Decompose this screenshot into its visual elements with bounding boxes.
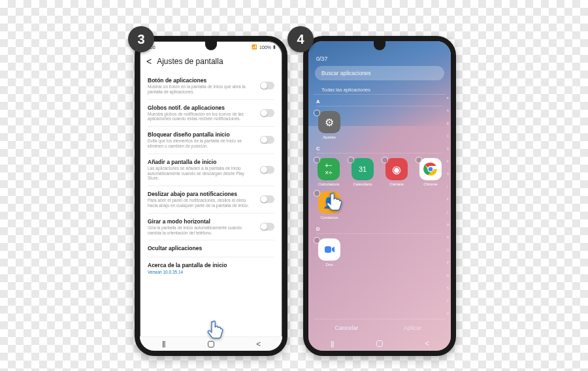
- nav-back-button[interactable]: <: [421, 339, 433, 348]
- alpha-index-letter[interactable]: M: [447, 223, 449, 227]
- setting-notif-badges[interactable]: Globos notif. de aplicaciones Muestra gl…: [148, 99, 274, 127]
- step-badge-4: 4: [287, 26, 314, 52]
- cancel-button[interactable]: Cancelar: [314, 319, 380, 336]
- alpha-index-letter[interactable]: G: [447, 172, 449, 176]
- app-duo[interactable]: Duo: [315, 238, 344, 266]
- toggle-switch[interactable]: [260, 166, 274, 174]
- alpha-index-letter[interactable]: A: [447, 108, 449, 112]
- toggle-switch[interactable]: [260, 136, 274, 144]
- alpha-index-letter[interactable]: N: [447, 235, 449, 239]
- version-text: Versión 10.0.35.14: [148, 270, 255, 274]
- action-bar: Cancelar Aplicar: [314, 319, 446, 336]
- setting-title: Globos notif. de aplicaciones: [148, 105, 255, 111]
- calendar-icon: 31: [351, 158, 374, 180]
- svg-rect-3: [325, 246, 331, 253]
- nav-back-button[interactable]: <: [253, 340, 265, 349]
- app-label: Ajustes: [323, 135, 336, 139]
- setting-swipe-notif[interactable]: Deslizar abajo para notificaciones Para …: [148, 186, 274, 213]
- selection-counter: 0/37: [308, 53, 451, 63]
- setting-title: Deslizar abajo para notificaciones: [148, 191, 255, 197]
- alpha-index-letter[interactable]: S: [447, 286, 449, 290]
- setting-desc: Muestra globos de notificación en los ic…: [148, 112, 255, 122]
- alpha-index-letter[interactable]: R: [447, 274, 449, 278]
- step-badge-3: 3: [128, 26, 154, 52]
- alpha-index-letter[interactable]: I: [447, 185, 449, 189]
- setting-rotate[interactable]: Girar a modo horizontal Gira la pantalla…: [148, 213, 274, 240]
- app-row: 👤 Contactos: [314, 189, 446, 222]
- section-letter-a: A: [316, 99, 443, 106]
- alpha-index-letter[interactable]: #: [447, 96, 449, 100]
- duo-icon: [318, 238, 340, 261]
- app-label: Chrome: [423, 182, 437, 186]
- toggle-switch[interactable]: [260, 223, 274, 231]
- setting-add-home[interactable]: Añadir a pantalla de inicio Las aplicaci…: [148, 153, 274, 186]
- alpha-index-letter[interactable]: B: [447, 121, 449, 125]
- alpha-index-letter[interactable]: D: [447, 147, 449, 151]
- phone-stage: 9:00 📶 100% ▮ < Ajustes de pantalla Botó…: [128, 36, 463, 370]
- app-label: Calendario: [353, 182, 372, 186]
- settings-header: < Ajustes de pantalla: [140, 53, 282, 73]
- app-label: Contactos: [320, 216, 338, 219]
- android-navbar: ||| <: [308, 336, 451, 351]
- setting-desc: Las aplicaciones se añaden a la pantalla…: [148, 166, 255, 181]
- alpha-index-letter[interactable]: V: [447, 312, 449, 315]
- setting-about-home[interactable]: Acerca de la pantalla de inicio Versión …: [148, 257, 274, 279]
- setting-apps-button[interactable]: Botón de aplicaciones Mostrar un botón e…: [148, 73, 274, 99]
- alpha-index-letter[interactable]: L: [447, 210, 449, 214]
- app-contactos[interactable]: 👤 Contactos: [315, 191, 344, 219]
- app-chrome[interactable]: Chrome: [417, 158, 444, 186]
- settings-list[interactable]: Botón de aplicaciones Mostrar un botón e…: [140, 73, 282, 336]
- app-calendario[interactable]: 31 Calendario: [349, 158, 376, 186]
- apps-scroll[interactable]: A ⚙ Ajustes C +−×÷ Calculadora: [308, 95, 451, 319]
- app-ajustes[interactable]: ⚙ Ajustes: [315, 111, 344, 139]
- contacts-icon: 👤: [318, 191, 340, 214]
- alpha-index-letter[interactable]: P: [447, 261, 449, 265]
- app-row: Duo: [314, 236, 446, 269]
- app-checkbox[interactable]: [348, 157, 354, 163]
- toggle-switch[interactable]: [260, 195, 274, 203]
- app-row: +−×÷ Calculadora 31 Calendario ◉ Cámara: [314, 155, 446, 189]
- apply-button[interactable]: Aplicar: [380, 319, 446, 336]
- app-calculadora[interactable]: +−×÷ Calculadora: [315, 158, 342, 186]
- app-checkbox[interactable]: [416, 157, 422, 163]
- app-checkbox[interactable]: [314, 110, 320, 116]
- app-label: Cámara: [389, 182, 403, 186]
- app-checkbox[interactable]: [314, 237, 320, 244]
- nav-home-button[interactable]: [205, 341, 217, 347]
- android-navbar: ||| <: [140, 336, 282, 351]
- alpha-index-letter[interactable]: O: [447, 248, 449, 252]
- setting-title: Girar a modo horizontal: [148, 218, 255, 225]
- app-checkbox[interactable]: [314, 190, 320, 197]
- toggle-switch[interactable]: [260, 109, 274, 117]
- screen-app-picker: 0/37 Buscar aplicaciones Todas las aplic…: [308, 41, 451, 351]
- all-apps-label: Todas las aplicaciones: [314, 83, 446, 95]
- screen-settings: 9:00 📶 100% ▮ < Ajustes de pantalla Botó…: [140, 41, 282, 351]
- alpha-index[interactable]: #ABCDFGIKLMNOPRSTV: [447, 93, 449, 318]
- alpha-index-letter[interactable]: K: [447, 197, 449, 201]
- setting-desc: Evita que los elementos de la pantalla d…: [148, 138, 255, 149]
- alpha-index-letter[interactable]: F: [447, 159, 449, 163]
- nav-recent-button[interactable]: |||: [157, 340, 169, 347]
- back-arrow-icon[interactable]: <: [146, 57, 152, 66]
- battery-text: 100%: [259, 45, 271, 50]
- alpha-index-letter[interactable]: C: [447, 134, 449, 138]
- app-label: Duo: [325, 263, 333, 266]
- setting-lock-layout[interactable]: Bloquear diseño pantalla inicio Evita qu…: [148, 126, 274, 153]
- nav-recent-button[interactable]: |||: [326, 340, 338, 347]
- chrome-icon: [419, 158, 442, 180]
- app-checkbox[interactable]: [314, 157, 320, 163]
- section-letter-d: D: [316, 226, 443, 234]
- camera-icon: ◉: [385, 158, 408, 180]
- setting-hide-apps[interactable]: Ocultar aplicaciones: [148, 240, 274, 257]
- nav-home-button[interactable]: [374, 340, 385, 347]
- toggle-switch[interactable]: [260, 82, 274, 89]
- app-camara[interactable]: ◉ Cámara: [383, 158, 410, 186]
- app-row: ⚙ Ajustes: [314, 108, 446, 142]
- alpha-index-letter[interactable]: T: [447, 299, 449, 303]
- app-checkbox[interactable]: [382, 157, 388, 163]
- app-label: Calculadora: [318, 182, 339, 186]
- search-input[interactable]: Buscar aplicaciones: [315, 66, 444, 80]
- setting-title: Ocultar aplicaciones: [148, 245, 255, 251]
- setting-desc: Mostrar un botón en la pantalla de inici…: [148, 84, 255, 95]
- calculator-icon: +−×÷: [318, 158, 340, 180]
